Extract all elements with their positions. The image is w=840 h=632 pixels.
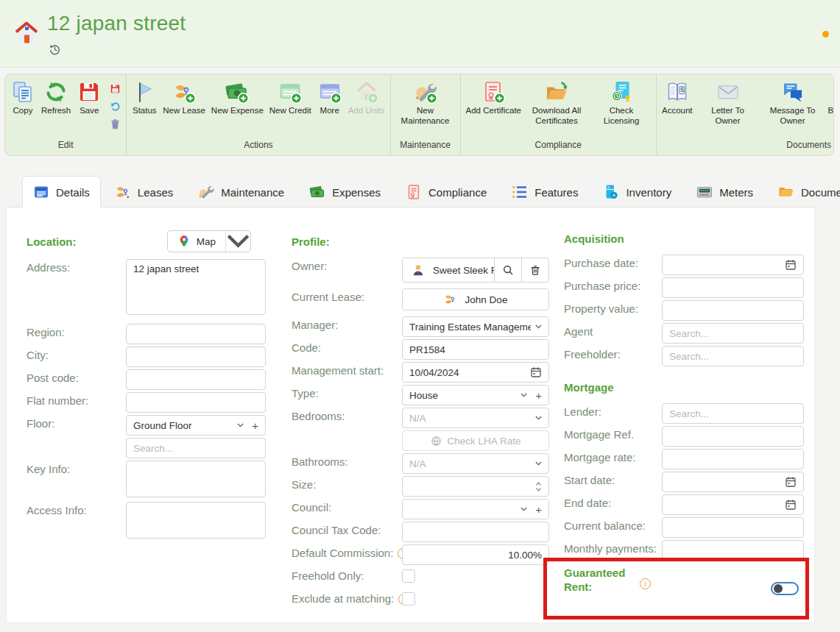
ribbon-group-title: Documents [657,138,834,155]
field-flat-number[interactable] [126,392,266,413]
field-city[interactable] [126,347,266,367]
field-mortgage-rate[interactable] [662,449,804,469]
ribbon-button-copy[interactable]: Copy [8,79,38,118]
field-label: Current balance: [564,517,662,533]
person-icon [412,263,425,277]
field-end-date[interactable] [662,494,804,515]
field-address[interactable]: 12 japan street [126,259,266,315]
owner-entity[interactable]: Sweet Sleek F [402,258,495,283]
map-button-main[interactable]: Map [168,231,225,252]
ribbon-button-new-lease[interactable]: New Lease [160,79,208,118]
tab-maintenance[interactable]: Maintenance [187,176,295,207]
field-agent[interactable] [662,323,804,344]
new-expense-icon [225,80,249,104]
guaranteed-rent-toggle[interactable] [771,582,799,595]
field-lender[interactable] [662,403,804,424]
field-default-commission[interactable] [402,544,549,565]
field-row-council-tax-code: Council Tax Code: [292,522,549,542]
details-icon [33,184,49,200]
ribbon-button-account[interactable]: $Account [660,79,695,118]
button-label: New Maintenance [396,106,455,126]
plus-icon[interactable]: + [535,390,542,401]
tab-meters[interactable]: Meters [685,176,764,207]
quick-save-button[interactable] [108,82,121,95]
field-property-value[interactable] [662,300,804,321]
tab-details[interactable]: Details [22,176,101,207]
field-current-lease[interactable]: John Doe [402,288,549,310]
field-row-default-commission: Default Commission: [292,544,549,565]
field-start-date[interactable] [662,472,804,492]
profile-section: Profile: Owner:Sweet Sleek FCurrent Leas… [292,235,549,613]
field-row-owner: Owner:Sweet Sleek F [292,258,549,283]
history-icon[interactable] [49,43,61,56]
ribbon-button-check-licensing[interactable]: Check Licensing [590,79,653,127]
maintenance-tab-icon [198,184,214,200]
checkbox-exclude-at-matching[interactable] [402,592,415,606]
field-key-info[interactable] [126,461,266,497]
ribbon-button-blank-email[interactable]: Blank Email [826,79,834,118]
field-purchase-date[interactable] [662,255,804,275]
field-purchase-price[interactable] [662,277,804,298]
owner-delete-button[interactable] [522,258,549,283]
field-floor[interactable]: Ground Floor+ [126,415,266,436]
field-row-start-date: Start date: [564,472,804,492]
tab-features[interactable]: Features [501,176,589,207]
field-mortgage-ref[interactable] [662,426,804,447]
owner-search-button[interactable] [495,258,522,283]
map-button[interactable]: Map [167,230,251,252]
field-freeholder[interactable] [662,346,804,366]
ribbon-button-add-units: Add Units [346,79,387,118]
field-council-tax-code[interactable] [402,522,549,542]
ribbon-button-message-to-owner[interactable]: Message To Owner [761,79,825,127]
field-manager[interactable]: Training Estates Management [402,316,549,337]
field-region[interactable] [126,324,266,344]
field-size[interactable] [402,476,549,497]
button-label: Message To Owner [763,106,822,126]
ribbon-button-new-credit[interactable]: New Credit [267,79,314,118]
field-access-info[interactable] [126,502,266,539]
chevron-down-icon [520,507,527,511]
plus-icon[interactable]: + [535,504,542,515]
ribbon-button-status[interactable]: Status [130,79,159,118]
ribbon-group-edit: CopyRefreshSaveEdit [5,74,127,155]
field-bathrooms[interactable]: N/A [402,453,549,474]
spinner-icon[interactable] [535,481,542,492]
field-current-balance[interactable] [662,517,804,538]
tab-leases[interactable]: Leases [104,176,184,207]
ribbon-button-letter-to-owner[interactable]: Letter To Owner [696,79,760,127]
ribbon-button-more[interactable]: More [315,79,345,118]
tab-documents[interactable]: Documents [767,176,840,207]
leases-icon [115,184,131,200]
tab-compliance[interactable]: Compliance [395,176,498,207]
plus-icon[interactable]: + [252,420,258,431]
ribbon-button-download-all-certificates[interactable]: Download All Certificates [525,79,588,127]
map-dropdown-chevron[interactable] [225,231,250,252]
chevron-down-icon [535,461,542,466]
account-icon: $ [666,80,689,104]
field-row-flat-number: Flat number: [27,392,266,413]
field-label: Start date: [564,472,662,487]
field-council[interactable]: + [402,499,549,519]
tab-inventory[interactable]: Inventory [592,176,682,207]
mortgage-heading: Mortgage [564,381,614,394]
profile-heading-row: Profile: [292,235,549,252]
quick-undo-button[interactable] [108,99,121,113]
calendar-icon [785,476,797,488]
checkbox-freehold-only[interactable] [402,569,415,583]
field-bedrooms[interactable]: N/A [402,408,549,428]
ribbon-button-new-maintenance[interactable]: New Maintenance [394,79,457,127]
ribbon-button-new-expense[interactable]: New Expense [209,79,266,118]
field-type[interactable]: House+ [402,385,549,405]
field-management-start[interactable]: 10/04/2024 [402,362,549,383]
field-code[interactable] [402,339,549,360]
field-post-code[interactable] [126,369,266,390]
tab-expenses[interactable]: Expenses [298,176,392,207]
ribbon-button-save[interactable]: Save [74,79,104,118]
ribbon-button-add-certificate[interactable]: Add Certificate [464,79,523,118]
info-icon[interactable] [640,578,651,589]
field-floor-search[interactable] [126,438,266,458]
message-icon [781,80,805,104]
content-panel: Location: Map Address:12 japan streetReg… [6,207,815,623]
quick-delete-button[interactable] [108,117,121,130]
ribbon-button-refresh[interactable]: Refresh [39,79,73,118]
